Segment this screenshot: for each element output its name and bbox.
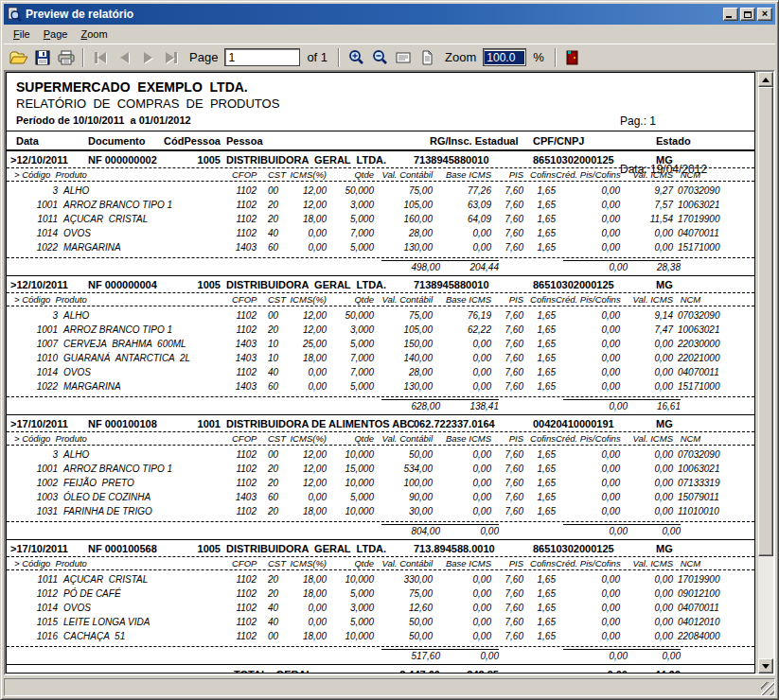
product-cell: 7,60	[491, 615, 523, 629]
menu-item[interactable]: Zoom	[75, 26, 113, 42]
product-cell: 07032090	[673, 447, 754, 462]
product-cell: 1011	[7, 572, 58, 586]
product-cell: 0,00	[556, 240, 620, 254]
product-cell: OVOS	[58, 601, 232, 615]
product-cell: 1102	[232, 629, 257, 643]
product-cell: 10,000	[327, 476, 374, 490]
whole-page-button[interactable]	[416, 47, 438, 68]
product-cell: 0,00	[433, 337, 491, 351]
col-documento: Documento	[82, 135, 164, 147]
product-cell: 0,00	[433, 615, 491, 629]
product-cell: 1102	[232, 308, 257, 323]
product-cell: 20	[257, 323, 285, 337]
product-cell: 0,00	[433, 462, 491, 476]
resize-grip[interactable]	[761, 682, 774, 695]
product-header-cell: Val. ICMS	[620, 558, 673, 569]
previous-page-button[interactable]	[113, 47, 135, 68]
product-header-cell: ICMS(%)	[285, 169, 327, 180]
product-cell: 10,000	[327, 504, 374, 518]
product-cell: 18,00	[285, 586, 327, 601]
product-cell: 0,00	[620, 240, 673, 254]
product-cell: 1,65	[523, 184, 556, 198]
product-row: 1003ÓLEO DE COZINHA1403600,005,00090,000…	[7, 490, 754, 504]
zoom-in-button[interactable]	[345, 47, 367, 68]
product-cell: 0,00	[556, 198, 620, 212]
product-cell: 10063021	[673, 323, 754, 337]
product-cell: 0,00	[620, 337, 673, 351]
menu-item[interactable]: Page	[38, 26, 74, 42]
page-number-input[interactable]	[224, 48, 300, 66]
product-cell: 5,000	[327, 490, 374, 504]
scrollbar-thumb[interactable]	[758, 87, 773, 556]
product-cell: 7,60	[491, 184, 523, 198]
product-cell: 1403	[232, 379, 257, 394]
zoom-input[interactable]: 100.0	[483, 48, 526, 66]
maximize-button[interactable]	[740, 8, 755, 21]
product-cell: 0,00	[285, 379, 327, 394]
scrollbar-track[interactable]	[758, 556, 773, 658]
subtotal-cred: 0,00	[563, 260, 628, 272]
next-page-button[interactable]	[136, 47, 159, 68]
product-header-cell: Base ICMS	[433, 433, 491, 444]
product-cell: 7,60	[491, 586, 523, 601]
product-cell: 1,65	[523, 504, 556, 518]
report-date-label: Data: 19/04/2012	[620, 162, 707, 178]
product-header-cell: Créd. Pis/Cofins	[556, 169, 620, 180]
product-cell: 7,60	[491, 601, 523, 615]
product-cell: 1403	[232, 240, 257, 254]
product-cell: 04012010	[673, 615, 754, 629]
doc-pessoa: DISTRIBUIDORA GERAL LTDA.	[221, 543, 406, 554]
product-cell: ARROZ BRANCO TIPO 1	[58, 323, 232, 337]
product-cell: 1012	[7, 586, 58, 601]
product-cell: 77,26	[433, 184, 491, 198]
product-cell: 0,00	[556, 447, 620, 462]
product-cell: 0,00	[433, 379, 491, 394]
subtotal-row: 517,60 0,00 0,00 0,00	[7, 646, 754, 664]
product-cell: 1,65	[523, 212, 556, 226]
product-cell: 0,00	[620, 629, 673, 643]
product-cell: ALHO	[58, 308, 232, 323]
menubar: FilePageZoom	[4, 25, 775, 44]
zoom-out-button[interactable]	[368, 47, 391, 68]
product-cell: 7,60	[491, 490, 523, 504]
scroll-down-button[interactable]	[758, 658, 773, 674]
close-button[interactable]: ×	[757, 8, 772, 21]
product-rows: 3ALHO11020012,0010,00050,000,007,601,650…	[7, 446, 754, 521]
open-button[interactable]	[8, 47, 30, 68]
last-page-button[interactable]	[160, 47, 183, 68]
fit-page-width-button[interactable]	[392, 47, 415, 68]
product-cell: 1014	[7, 226, 58, 240]
product-cell: 0,00	[433, 572, 491, 586]
print-button[interactable]	[55, 47, 78, 68]
total-val-contabil: 2.447,60	[328, 669, 440, 674]
menu-item[interactable]: File	[8, 26, 36, 42]
product-cell: 3,000	[327, 601, 374, 615]
zoom-value: 100.0	[485, 51, 524, 64]
doc-number: NF 000100108	[82, 418, 164, 429]
product-cell: 10063021	[673, 462, 754, 476]
product-row: 1031FARINHA DE TRIGO11022018,0010,00030,…	[7, 504, 754, 518]
product-rows: 3ALHO11020012,0050,00075,0076,197,601,65…	[7, 306, 754, 396]
scroll-up-button[interactable]	[758, 72, 773, 87]
product-cell: 22021000	[673, 351, 754, 365]
product-header-cell: Val. Contábil	[374, 169, 433, 180]
exit-button[interactable]	[561, 47, 584, 68]
product-cell: 0,00	[556, 226, 620, 240]
product-header-row: > Código ProdutoCFOPCSTICMS(%)QtdeVal. C…	[7, 556, 754, 570]
product-header-cell: Cofins	[523, 558, 556, 569]
report-header: SUPERMERCADO EXEMPLO LTDA. RELATÓRIO DE …	[7, 73, 754, 131]
product-cell: 63,09	[433, 198, 491, 212]
subtotal-val-contabil: 498,00	[381, 260, 440, 272]
first-page-button[interactable]	[89, 47, 112, 68]
save-button[interactable]	[31, 47, 54, 68]
product-cell: 1102	[232, 601, 257, 615]
vertical-scrollbar[interactable]	[758, 72, 773, 674]
product-cell: 18,00	[285, 572, 327, 586]
subtotal-cred: 0,00	[563, 649, 628, 661]
product-header-cell: Val. ICMS	[620, 294, 673, 305]
minimize-button[interactable]	[723, 8, 738, 21]
product-cell: 50,00	[374, 629, 433, 643]
subtotal-cred: 0,00	[563, 524, 628, 536]
product-header-cell: PIS	[491, 433, 523, 444]
product-cell: 1,65	[523, 490, 556, 504]
